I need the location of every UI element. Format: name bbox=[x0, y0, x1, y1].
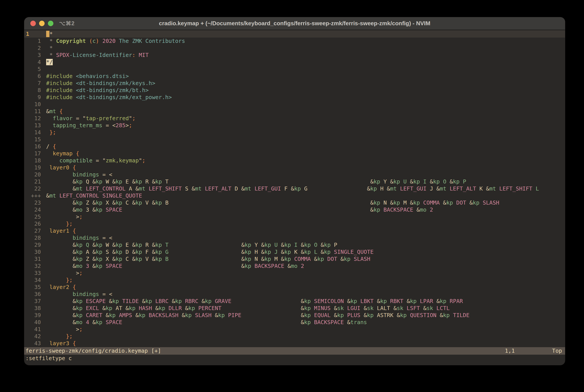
code-line[interactable]: 13 tapping_term_ms = <285>; bbox=[24, 122, 565, 129]
code-token: N & bbox=[380, 200, 393, 206]
code-line[interactable]: 6#include <behaviors.dtsi> bbox=[24, 73, 565, 80]
code-line[interactable]: 36 bindings = < bbox=[24, 291, 565, 298]
code-token bbox=[460, 178, 463, 185]
code-token bbox=[102, 206, 106, 213]
code-token: mo bbox=[291, 263, 298, 269]
code-token bbox=[192, 312, 195, 318]
code-token: kp bbox=[155, 200, 162, 206]
minimize-button[interactable] bbox=[39, 21, 44, 26]
code-line[interactable]: 42 }; bbox=[24, 333, 565, 340]
code-token: kp bbox=[394, 200, 400, 206]
code-line[interactable]: 18 compatible = "zmk,keymap"; bbox=[24, 157, 565, 164]
line-number: 2 bbox=[25, 44, 44, 52]
code-token: & bbox=[317, 249, 324, 255]
code-line[interactable]: 19 layer0 { bbox=[24, 164, 565, 171]
code-token: kp bbox=[394, 178, 400, 185]
alignment-spaces bbox=[168, 242, 241, 248]
code-area[interactable]: 1/*1 * Copyright (c) 2020 The ZMK Contri… bbox=[24, 30, 565, 347]
code-line[interactable]: 17 keymap { bbox=[24, 150, 565, 157]
code-token: kp bbox=[76, 256, 82, 262]
code-line[interactable]: 31 &kp Z &kp X &kp C &kp V &kp B &kp N &… bbox=[24, 256, 565, 262]
code-line[interactable]: 29 &kp Q &kp W &kp E &kp R &kp T &kp Y &… bbox=[24, 242, 565, 248]
code-line[interactable]: 35 layer2 { bbox=[24, 284, 565, 291]
code-token: B bbox=[165, 256, 168, 262]
code-token: Y & bbox=[380, 178, 393, 185]
code-line[interactable]: 43 layer3 { bbox=[24, 340, 565, 347]
alignment-spaces bbox=[308, 186, 367, 192]
close-button[interactable] bbox=[30, 21, 36, 26]
code-token: mt bbox=[440, 186, 446, 192]
code-line[interactable]: 33 >; bbox=[24, 270, 565, 277]
code-token: & bbox=[337, 256, 344, 262]
code-line[interactable]: 1 * Copyright (c) 2020 The ZMK Contribut… bbox=[24, 38, 565, 44]
code-line[interactable]: 4*/ bbox=[24, 59, 565, 66]
code-token: kp bbox=[96, 178, 102, 185]
code-line[interactable]: 30 &kp A &kp S &kp D &kp F &kp G &kp H &… bbox=[24, 248, 565, 256]
code-line[interactable]: 37 &kp ESCAPE &kp TILDE &kp LBRC &kp RBR… bbox=[24, 298, 565, 305]
code-token: keymap bbox=[53, 150, 72, 157]
code-line[interactable]: 2 * bbox=[24, 44, 565, 52]
code-line[interactable]: 1/* bbox=[24, 30, 565, 38]
code-token: kp bbox=[400, 312, 407, 318]
zoom-button[interactable] bbox=[48, 21, 54, 26]
code-line-wrap[interactable]: +++&mt LEFT_CONTROL SINGLE_QUOTE bbox=[24, 192, 565, 199]
code-token: mt bbox=[50, 192, 56, 199]
code-line[interactable]: 8#include <dt-bindings/zmk/bt.h> bbox=[24, 87, 565, 94]
code-line[interactable]: 16/ { bbox=[24, 143, 565, 150]
code-line[interactable]: 23 &kp Z &kp X &kp C &kp V &kp B &kp N &… bbox=[24, 199, 565, 206]
code-token: zmk,keymap bbox=[106, 157, 139, 164]
code-line[interactable]: 20 bindings = < bbox=[24, 171, 565, 178]
code-line[interactable]: 32 &mo 3 &kp SPACE &kp BACKSPACE &mo 2 bbox=[24, 262, 565, 270]
titlebar[interactable]: ⌥⌘2 cradio.keymap + (~/Documents/keyboar… bbox=[24, 17, 565, 30]
code-line[interactable]: 25 >; bbox=[24, 213, 565, 220]
code-token: R & bbox=[142, 242, 155, 248]
code-token: { bbox=[53, 143, 56, 150]
code-token: & bbox=[344, 319, 350, 326]
command-line[interactable]: :setfiletype c bbox=[24, 355, 565, 362]
code-line[interactable]: 7#include <dt-bindings/zmk/keys.h> bbox=[24, 80, 565, 87]
code-token: J bbox=[274, 249, 278, 255]
code-token: kp bbox=[264, 256, 271, 262]
code-line[interactable]: 28 bindings = < bbox=[24, 234, 565, 242]
code-line[interactable]: 14 }; bbox=[24, 129, 565, 136]
code-token: A & bbox=[82, 249, 96, 255]
code-line[interactable]: 11&mt { bbox=[24, 108, 565, 115]
code-line[interactable]: 40 &mo 4 &kp SPACE &kp BACKSPACE &trans bbox=[24, 319, 565, 326]
code-line[interactable]: 3 * SPDX-License-Identifier: MIT bbox=[24, 52, 565, 59]
code-line[interactable]: 15 bbox=[24, 136, 565, 143]
code-token: kp bbox=[264, 242, 271, 248]
code-line[interactable]: 22 &mt LEFT_CONTROL A &mt LEFT_SHIFT S &… bbox=[24, 185, 565, 192]
code-line[interactable]: 5 bbox=[24, 66, 565, 73]
code-token: kp bbox=[344, 256, 350, 262]
code-line[interactable]: 9#include <dt-bindings/zmk/ext_power.h> bbox=[24, 94, 565, 101]
code-line[interactable]: 24 &mo 3 &kp SPACE &kp BACKSPACE &mo 2 bbox=[24, 206, 565, 213]
code-token: kp bbox=[218, 312, 225, 318]
code-line[interactable]: 39 &kp CARET &kp AMPS &kp BACKSLASH &kp … bbox=[24, 312, 565, 319]
code-line[interactable]: 27 layer1 { bbox=[24, 228, 565, 234]
code-line[interactable]: 38 &kp EXCL &kp AT &kp HASH &kp DLLR &kp… bbox=[24, 305, 565, 312]
code-token: kp bbox=[116, 178, 122, 185]
code-line[interactable]: 34 }; bbox=[24, 277, 565, 284]
code-token: kp bbox=[453, 178, 460, 185]
line-number: 19 bbox=[25, 164, 44, 171]
code-token: mt bbox=[50, 108, 56, 114]
code-token: MINUS bbox=[314, 305, 330, 311]
code-line[interactable]: 21 &kp Q &kp W &kp E &kp R &kp T &kp Y &… bbox=[24, 178, 565, 185]
code-token: * bbox=[46, 45, 53, 51]
code-line[interactable]: 12 flavor = "tap-preferred"; bbox=[24, 115, 565, 122]
code-token: kp bbox=[135, 242, 142, 248]
code-token: & bbox=[317, 242, 324, 248]
code-token: G bbox=[301, 186, 308, 192]
code-token bbox=[69, 164, 72, 171]
alignment-spaces bbox=[168, 249, 241, 255]
code-token bbox=[291, 256, 294, 262]
code-token: & bbox=[367, 186, 370, 192]
code-line[interactable]: 26 }; bbox=[24, 220, 565, 228]
code-line[interactable]: 10 bbox=[24, 101, 565, 108]
code-token: & bbox=[360, 305, 367, 311]
code-token bbox=[46, 291, 72, 297]
code-token: & bbox=[198, 298, 205, 304]
code-token: LALT & bbox=[374, 305, 396, 311]
code-token: & bbox=[46, 256, 76, 262]
code-line[interactable]: 41 >; bbox=[24, 326, 565, 333]
